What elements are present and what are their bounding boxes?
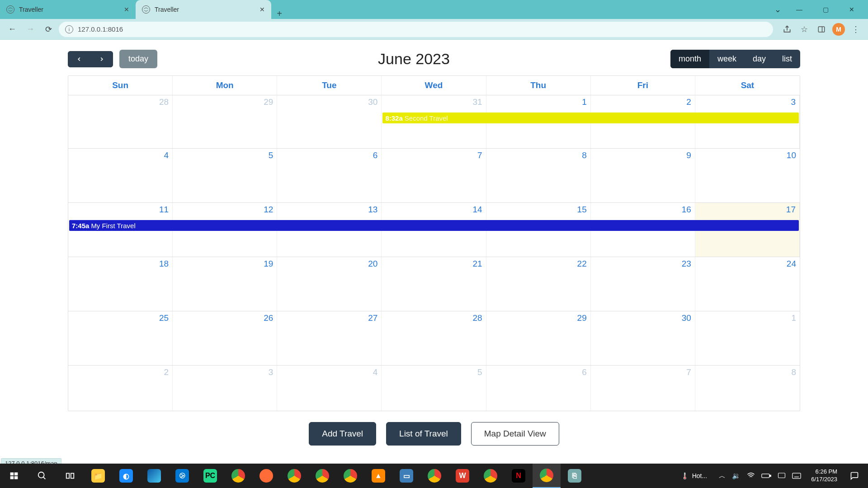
- day-cell[interactable]: 4: [277, 366, 382, 411]
- taskbar-app-cortana[interactable]: ◐: [112, 464, 140, 488]
- day-cell[interactable]: 26: [173, 311, 277, 365]
- chevron-up-icon[interactable]: ︿: [719, 472, 726, 480]
- day-cell[interactable]: 2: [68, 366, 173, 411]
- taskbar-app-chrome4[interactable]: [336, 464, 364, 488]
- taskbar-app-chrome-active[interactable]: [533, 464, 561, 488]
- day-cell[interactable]: 5: [382, 366, 486, 411]
- day-number: 30: [594, 313, 691, 323]
- day-cell[interactable]: 3: [173, 366, 277, 411]
- page-actions: Add Travel List of Travel Map Detail Vie…: [68, 411, 800, 456]
- day-cell[interactable]: 19: [173, 257, 277, 311]
- day-cell[interactable]: 28: [382, 311, 486, 365]
- language-icon[interactable]: [778, 472, 786, 479]
- url-input[interactable]: i 127.0.0.1:8016: [59, 22, 773, 37]
- day-number: 22: [490, 259, 587, 269]
- close-icon[interactable]: ✕: [259, 6, 265, 13]
- today-button[interactable]: today: [119, 50, 157, 68]
- day-cell[interactable]: 27: [277, 311, 382, 365]
- reload-button[interactable]: ⟳: [41, 22, 56, 37]
- day-cell[interactable]: 9: [591, 149, 695, 202]
- view-month-button[interactable]: month: [670, 50, 709, 68]
- view-list-button[interactable]: list: [774, 50, 800, 68]
- close-window-button[interactable]: ✕: [839, 0, 864, 19]
- add-travel-button[interactable]: Add Travel: [309, 422, 376, 446]
- back-button[interactable]: ←: [5, 22, 20, 37]
- calendar-event[interactable]: 7:45aMy First Travel: [69, 220, 799, 231]
- day-cell[interactable]: 7: [591, 366, 695, 411]
- browser-tab-0[interactable]: Traveller ✕: [0, 0, 136, 19]
- view-day-button[interactable]: day: [745, 50, 774, 68]
- taskbar-app-chrome1[interactable]: [224, 464, 252, 488]
- next-button[interactable]: [90, 51, 113, 67]
- taskbar-app-chrome2[interactable]: [280, 464, 308, 488]
- tab-title: Traveller: [19, 6, 43, 13]
- day-cell[interactable]: 23: [591, 257, 695, 311]
- taskbar-app-edge[interactable]: [140, 464, 168, 488]
- taskbar-app-vscode[interactable]: ⧁: [168, 464, 196, 488]
- day-cell[interactable]: 18: [68, 257, 173, 311]
- day-cell[interactable]: 20: [277, 257, 382, 311]
- day-cell[interactable]: 28: [68, 95, 173, 148]
- browser-tab-1[interactable]: Traveller ✕: [136, 0, 271, 19]
- taskbar-app-chrome6[interactable]: [476, 464, 505, 488]
- day-cell[interactable]: 6: [486, 366, 591, 411]
- task-view-button[interactable]: [56, 464, 84, 488]
- day-cell[interactable]: 7: [382, 149, 486, 202]
- taskbar-app-chrome5[interactable]: [420, 464, 448, 488]
- share-icon[interactable]: [779, 22, 795, 37]
- day-cell[interactable]: 6: [277, 149, 382, 202]
- taskbar-app-netflix[interactable]: N: [505, 464, 533, 488]
- taskbar-app-window[interactable]: ▭: [392, 464, 420, 488]
- day-number: 28: [385, 313, 482, 323]
- start-button[interactable]: [0, 464, 28, 488]
- taskbar-app-vlc[interactable]: ▲: [364, 464, 392, 488]
- taskbar-app-wps[interactable]: W: [448, 464, 476, 488]
- day-cell[interactable]: 24: [695, 257, 800, 311]
- day-cell[interactable]: 4: [68, 149, 173, 202]
- map-detail-button[interactable]: Map Detail View: [471, 422, 559, 446]
- day-cell[interactable]: 29: [486, 311, 591, 365]
- taskbar-app-explorer[interactable]: 📁: [84, 464, 112, 488]
- wifi-icon[interactable]: [747, 472, 755, 480]
- day-cell[interactable]: 8: [695, 366, 800, 411]
- day-cell[interactable]: 25: [68, 311, 173, 365]
- taskbar-clock[interactable]: 6:26 PM 6/17/2023: [807, 468, 842, 483]
- chevron-down-icon[interactable]: ⌄: [774, 5, 781, 14]
- calendar-event[interactable]: 8:32aSecond Travel: [382, 113, 799, 123]
- day-cell[interactable]: 1: [695, 311, 800, 365]
- system-tray[interactable]: ︿ 🔉: [716, 472, 804, 480]
- keyboard-icon[interactable]: [792, 472, 801, 479]
- forward-button[interactable]: →: [23, 22, 38, 37]
- tab-title: Traveller: [155, 6, 179, 13]
- day-cell[interactable]: 21: [382, 257, 486, 311]
- day-cell[interactable]: 10: [695, 149, 800, 202]
- event-time: 7:45a: [72, 222, 89, 230]
- weather-widget[interactable]: 🌡️ Hot...: [675, 472, 713, 479]
- panel-icon[interactable]: [814, 22, 829, 37]
- site-info-icon[interactable]: i: [65, 25, 73, 33]
- volume-icon[interactable]: 🔉: [732, 472, 741, 480]
- list-travel-button[interactable]: List of Travel: [386, 422, 461, 446]
- maximize-button[interactable]: ▢: [813, 0, 838, 19]
- taskbar-app-chrome3[interactable]: [308, 464, 336, 488]
- day-cell[interactable]: 8: [486, 149, 591, 202]
- day-cell[interactable]: 30: [277, 95, 382, 148]
- search-button[interactable]: [28, 464, 56, 488]
- menu-icon[interactable]: ⋮: [848, 22, 863, 37]
- minimize-button[interactable]: —: [787, 0, 812, 19]
- profile-avatar[interactable]: M: [831, 22, 846, 37]
- bookmark-icon[interactable]: ☆: [797, 22, 812, 37]
- taskbar-app-postman[interactable]: [252, 464, 280, 488]
- taskbar-app-pycharm[interactable]: PC: [196, 464, 224, 488]
- new-tab-button[interactable]: +: [271, 9, 288, 19]
- notifications-button[interactable]: [844, 464, 864, 488]
- day-cell[interactable]: 29: [173, 95, 277, 148]
- prev-button[interactable]: [68, 51, 90, 67]
- day-cell[interactable]: 22: [486, 257, 591, 311]
- taskbar-app-misc[interactable]: ⎘: [561, 464, 589, 488]
- close-icon[interactable]: ✕: [124, 6, 129, 13]
- day-cell[interactable]: 5: [173, 149, 277, 202]
- day-cell[interactable]: 30: [591, 311, 695, 365]
- battery-icon[interactable]: [761, 473, 771, 479]
- view-week-button[interactable]: week: [709, 50, 745, 68]
